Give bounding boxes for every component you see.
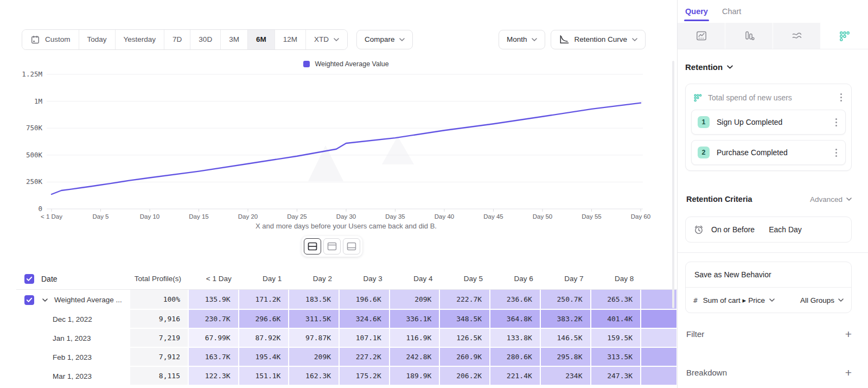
range-12m[interactable]: 12M (275, 30, 305, 49)
retention-value-cell[interactable]: 311.5K (289, 310, 340, 329)
retention-value-cell[interactable]: 222.7K (440, 290, 490, 310)
retention-value-cell[interactable]: 348.5K (440, 310, 490, 329)
tab-chart[interactable]: Chart (722, 7, 741, 16)
retention-value-cell[interactable]: 209K (289, 348, 340, 367)
top-panel-view-toggle[interactable] (323, 238, 341, 255)
range-30d[interactable]: 30D (190, 30, 220, 49)
retention-window-card[interactable]: On or Before Each Day (685, 217, 852, 243)
retention-value-cell[interactable]: 189.9K (390, 367, 441, 386)
retention-value-cell[interactable]: 383.2K (541, 310, 591, 329)
retention-value-cell[interactable]: 242.8K (390, 348, 441, 367)
retention-value-cell[interactable]: 146.5K (541, 329, 591, 348)
range-custom[interactable]: Custom (22, 30, 79, 49)
column-header-label: Day 7 (564, 275, 583, 283)
retention-value-cell[interactable]: 313.5K (591, 348, 642, 367)
retention-value-cell[interactable]: 295.8K (541, 348, 591, 367)
retention-value-cell[interactable]: 133.8K (490, 329, 541, 348)
retention-value-cell[interactable]: 159.5K (591, 329, 642, 348)
retention-value-cell[interactable]: 324.6K (340, 310, 390, 329)
report-type-insights[interactable] (678, 23, 725, 49)
retention-value-cell[interactable]: 296.6K (239, 310, 290, 329)
report-type-retention[interactable] (821, 23, 868, 49)
behavior-step[interactable]: 1Sign Up Completed (691, 110, 846, 135)
retention-value-cell[interactable]: 107.1K (340, 329, 390, 348)
column-header[interactable]: Total Profile(s) (130, 268, 189, 289)
retention-value-cell[interactable]: 260.9K (440, 348, 490, 367)
kebab-menu-icon[interactable] (832, 117, 840, 128)
kebab-menu-icon[interactable] (832, 147, 840, 158)
retention-value-cell[interactable]: 126.5K (440, 329, 490, 348)
column-header[interactable]: Date (16, 268, 130, 289)
chart-type-button[interactable]: Retention Curve (551, 30, 646, 49)
report-type-flows[interactable] (773, 23, 821, 49)
range-today[interactable]: Today (79, 30, 115, 49)
add-filter-icon[interactable]: + (845, 328, 852, 340)
column-header[interactable]: < 1 Day (189, 268, 239, 289)
retention-value-cell[interactable]: 135.9K (189, 290, 239, 310)
retention-value-cell[interactable]: 227.2K (340, 348, 390, 367)
retention-value-cell[interactable]: 206.2K (440, 367, 490, 386)
range-yesterday[interactable]: Yesterday (115, 30, 164, 49)
retention-value-cell[interactable]: 247.3K (591, 367, 642, 386)
retention-value-cell[interactable]: 221.4K (490, 367, 541, 386)
range-3m[interactable]: 3M (220, 30, 247, 49)
vertical-scrollbar[interactable] (672, 61, 674, 308)
column-header[interactable]: Day 6 (490, 268, 541, 289)
column-header[interactable]: Day 3 (340, 268, 390, 289)
retention-value-cell[interactable]: 209K (390, 290, 441, 310)
kebab-menu-icon[interactable] (837, 92, 845, 103)
bottom-panel-view-toggle[interactable] (343, 238, 360, 255)
groups-dropdown[interactable]: All Groups (800, 296, 844, 304)
retention-value-cell[interactable]: 250.7K (541, 290, 591, 310)
compare-button[interactable]: Compare (356, 30, 413, 49)
x-axis-tick: < 1 Day (41, 213, 62, 220)
column-header[interactable]: Day 8 (591, 268, 642, 289)
report-section-dropdown[interactable]: Retention (685, 62, 860, 72)
column-header[interactable]: Day 1 (239, 268, 290, 289)
retention-value-cell[interactable]: 195.4K (239, 348, 290, 367)
range-xtd[interactable]: XTD (305, 30, 347, 49)
row-checkbox[interactable] (24, 274, 34, 284)
retention-value-cell[interactable]: 171.2K (239, 290, 290, 310)
retention-value-cell[interactable]: 234K (541, 367, 591, 386)
behavior-header[interactable]: Total spend of new users (686, 84, 851, 110)
retention-value-cell[interactable]: 236.6K (490, 290, 541, 310)
retention-value-cell[interactable]: 151.1K (239, 367, 290, 386)
report-type-funnels[interactable] (725, 23, 773, 49)
range-7d[interactable]: 7D (164, 30, 190, 49)
add-breakdown-icon[interactable]: + (845, 367, 852, 378)
save-behavior-button[interactable]: Save as New Behavior (686, 262, 851, 288)
retention-value-cell[interactable]: 116.9K (390, 329, 441, 348)
retention-value-cell[interactable]: 280.6K (490, 348, 541, 367)
retention-value-cell[interactable]: 162.3K (289, 367, 340, 386)
expand-caret-icon[interactable] (42, 298, 48, 302)
retention-value-cell[interactable]: 67.99K (189, 329, 239, 348)
retention-value-cell[interactable]: 175.2K (340, 367, 390, 386)
retention-value-cell[interactable]: 97.87K (289, 329, 340, 348)
measurement-dropdown[interactable]: Sum of cart ▸ Price (703, 296, 775, 304)
retention-value-cell[interactable]: 183.5K (289, 290, 340, 310)
tab-query[interactable]: Query (685, 7, 708, 16)
retention-value-cell[interactable]: 364.8K (490, 310, 541, 329)
criteria-mode-dropdown[interactable]: Advanced (810, 195, 852, 203)
column-header[interactable]: Day 5 (440, 268, 490, 289)
column-header[interactable]: Day 2 (289, 268, 340, 289)
row-checkbox[interactable] (24, 295, 34, 305)
behavior-step[interactable]: 2Purchase Completed (691, 140, 846, 165)
retention-value-cell[interactable]: 163.7K (189, 348, 239, 367)
retention-value-cell[interactable]: 196.6K (340, 290, 390, 310)
range-6m[interactable]: 6M (247, 30, 275, 49)
column-header-label: Day 2 (313, 275, 332, 283)
x-axis-tick: Day 60 (631, 213, 650, 220)
retention-value-cell[interactable]: 401.4K (591, 310, 642, 329)
retention-value-cell[interactable]: 87.92K (239, 329, 290, 348)
chart-legend[interactable]: Weighted Average Value (52, 60, 641, 68)
retention-value-cell[interactable]: 230.7K (189, 310, 239, 329)
granularity-button[interactable]: Month (499, 30, 546, 49)
retention-value-cell[interactable]: 336.1K (390, 310, 441, 329)
retention-value-cell[interactable]: 265.3K (591, 290, 642, 310)
column-header[interactable]: Day 4 (390, 268, 441, 289)
column-header[interactable]: Day 7 (541, 268, 591, 289)
split-view-toggle[interactable] (304, 238, 321, 255)
retention-value-cell[interactable]: 122.3K (189, 367, 239, 386)
